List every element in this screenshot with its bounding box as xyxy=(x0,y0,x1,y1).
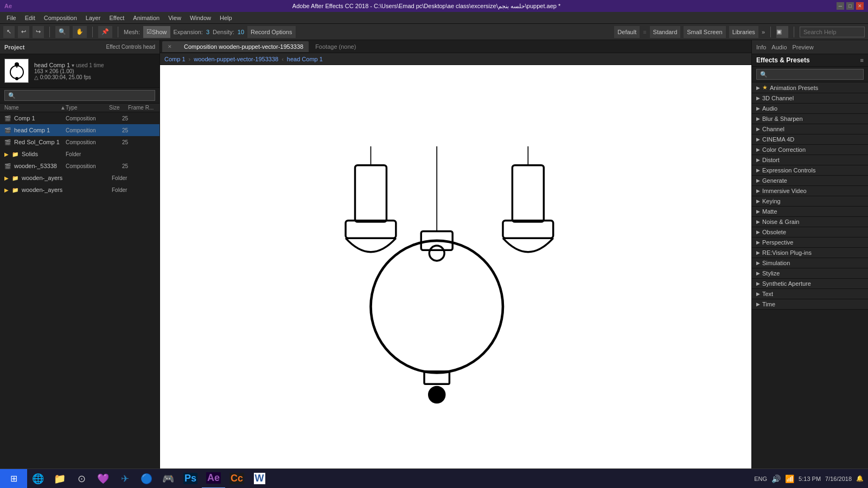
toolbar-separator-4 xyxy=(770,27,771,37)
breadcrumb-wooden[interactable]: wooden-puppet-vector-1953338 xyxy=(194,56,278,62)
density-label: Density: xyxy=(213,29,234,35)
cat-channel-header[interactable]: ▶ Channel xyxy=(752,124,868,134)
close-button[interactable]: ✕ xyxy=(856,2,864,10)
project-item-wooden-ayers2[interactable]: ▶ 📁 wooden-_ayers Folder xyxy=(0,184,159,196)
expand-workspaces-icon[interactable]: » xyxy=(762,29,765,35)
menu-composition[interactable]: Composition xyxy=(40,14,81,22)
tab-audio[interactable]: Audio xyxy=(771,44,787,50)
undo-button[interactable]: ↩ xyxy=(18,26,29,38)
cat-distort-header[interactable]: ▶ Distort xyxy=(752,155,868,165)
taskbar-explorer[interactable]: 📁 xyxy=(49,469,71,489)
cat-animation-presets-header[interactable]: ▶ ★ Animation Presets xyxy=(752,82,868,93)
project-item-red-comp1[interactable]: 🎬 Red Sol_Comp 1 Composition 25 xyxy=(0,136,159,148)
zoom-tool[interactable]: 🔍 xyxy=(55,26,69,38)
lang-label: ENG xyxy=(754,476,767,482)
breadcrumb-comp1[interactable]: Comp 1 xyxy=(164,56,186,62)
menu-effect[interactable]: Effect xyxy=(105,14,129,22)
cat-noise-grain-header[interactable]: ▶ Noise & Grain xyxy=(752,217,868,227)
taskbar-cc[interactable]: Cc xyxy=(225,469,248,489)
hand-tool[interactable]: ✋ xyxy=(73,26,87,38)
cat-obsolete: ▶ Obsolete xyxy=(752,227,868,237)
libraries-button[interactable]: Libraries xyxy=(729,26,758,38)
cat-text-header[interactable]: ▶ Text xyxy=(752,289,868,299)
effects-menu-icon[interactable]: ≡ xyxy=(860,57,864,63)
standard-workspace-button[interactable]: Standard xyxy=(650,26,681,38)
cat-synthetic-aperture-header[interactable]: ▶ Synthetic Aperture xyxy=(752,279,868,288)
viewer-canvas xyxy=(160,65,751,473)
project-search-input[interactable] xyxy=(4,90,155,101)
cat-matte-header[interactable]: ▶ Matte xyxy=(752,207,868,216)
cat-time-header[interactable]: ▶ Time xyxy=(752,299,868,309)
volume-icon[interactable]: 🔊 xyxy=(771,474,781,483)
taskbar-ie[interactable]: 🌐 xyxy=(27,469,49,489)
menu-window[interactable]: Window xyxy=(186,14,215,22)
comp-tab-wooden-close[interactable]: ✕ xyxy=(168,44,172,49)
breadcrumb-headcomp[interactable]: head Comp 1 xyxy=(287,56,323,62)
taskbar-ps[interactable]: Ps xyxy=(179,469,202,489)
project-item-solids[interactable]: ▶ 📁 Solids Folder xyxy=(0,148,159,160)
smallscreen-workspace-button[interactable]: Small Screen xyxy=(684,26,725,38)
cat-obsolete-header[interactable]: ▶ Obsolete xyxy=(752,227,868,237)
project-item-head-comp1[interactable]: 🎬 head Comp 1 Composition 25 xyxy=(0,124,159,136)
menu-layer[interactable]: Layer xyxy=(81,14,105,22)
cat-perspective-header[interactable]: ▶ Perspective xyxy=(752,237,868,247)
show-button[interactable]: ☑ Show xyxy=(143,26,170,38)
taskbar-telegram[interactable]: ✈ xyxy=(114,469,136,489)
project-list: 🎬 Comp 1 Composition 25 🎬 head Comp 1 Co… xyxy=(0,112,159,475)
cat-keying-header[interactable]: ▶ Keying xyxy=(752,196,868,206)
wooden-ayers2-name: wooden-_ayers xyxy=(22,187,112,193)
start-button[interactable]: ⊞ xyxy=(0,469,27,489)
taskbar-net[interactable]: 🔵 xyxy=(136,469,157,489)
cat-cinema4d-header[interactable]: ▶ CINEMA 4D xyxy=(752,134,868,144)
menu-file[interactable]: File xyxy=(2,14,21,22)
cat-simulation-header[interactable]: ▶ Simulation xyxy=(752,258,868,268)
comp-tab-wooden[interactable]: ✕ Composition wooden-puppet-vector-19533… xyxy=(162,41,309,52)
taskbar-game[interactable]: 🎮 xyxy=(157,469,179,489)
col-size-header: Size xyxy=(109,105,128,111)
default-workspace-button[interactable]: Default xyxy=(614,26,640,38)
tab-info[interactable]: Info xyxy=(756,44,766,50)
search-help-input[interactable] xyxy=(800,27,865,37)
puppet-tool[interactable]: 📌 xyxy=(98,26,112,38)
cat-audio-header[interactable]: ▶ Audio xyxy=(752,104,868,113)
menu-help[interactable]: Help xyxy=(215,14,237,22)
notifications-button[interactable]: 🔔 xyxy=(856,475,864,482)
taskbar-chrome[interactable]: ⊙ xyxy=(71,469,92,489)
cat-expression-controls-header[interactable]: ▶ Expression Controls xyxy=(752,165,868,175)
cat-3d-channel-header[interactable]: ▶ 3D Channel xyxy=(752,93,868,103)
cat-blur-sharpen-header[interactable]: ▶ Blur & Sharpen xyxy=(752,114,868,124)
cat-generate-header[interactable]: ▶ Generate xyxy=(752,176,868,185)
cat-stylize-label: Stylize xyxy=(762,270,780,277)
wooden53338-icon: 🎬 xyxy=(4,163,11,169)
effects-presets-panel: Effects & Presets ≡ ▶ ★ Animation Preset… xyxy=(752,54,868,488)
cat-color-correction-header[interactable]: ▶ Color Correction xyxy=(752,145,868,155)
taskbar-ae[interactable]: Ae xyxy=(202,469,225,489)
project-item-comp1[interactable]: 🎬 Comp 1 Composition 25 xyxy=(0,112,159,124)
minimize-button[interactable]: ─ xyxy=(837,2,844,10)
network-icon[interactable]: 📶 xyxy=(785,474,794,483)
record-options-button[interactable]: Record Options xyxy=(247,26,295,38)
cat-immersive-video-header[interactable]: ▶ Immersive Video xyxy=(752,186,868,196)
effects-search-input[interactable] xyxy=(756,69,864,80)
project-item-wooden-ayers1[interactable]: ▶ 📁 wooden-_ayers Folder xyxy=(0,172,159,184)
tab-preview[interactable]: Preview xyxy=(793,44,814,50)
taskbar-word[interactable]: W xyxy=(248,469,270,489)
maximize-button[interactable]: □ xyxy=(846,2,854,10)
cat-stylize: ▶ Stylize xyxy=(752,268,868,279)
cat-stylize-header[interactable]: ▶ Stylize xyxy=(752,268,868,278)
cat-revision-plugins-header[interactable]: ▶ RE:Vision Plug-ins xyxy=(752,248,868,258)
cat-immersive-video-label: Immersive Video xyxy=(762,188,807,194)
red-comp1-name: Red Sol_Comp 1 xyxy=(14,139,66,145)
col-type-header: Type xyxy=(66,105,109,111)
comp-name-display: head Comp 1 ▾ used 1 time xyxy=(34,62,104,68)
cat-revision-plugins-arrow: ▶ xyxy=(756,250,760,255)
menu-edit[interactable]: Edit xyxy=(21,14,40,22)
selection-tool[interactable]: ↖ xyxy=(3,26,15,38)
redo-button[interactable]: ↪ xyxy=(33,26,44,38)
menu-animation[interactable]: Animation xyxy=(129,14,164,22)
render-button[interactable]: ▣ xyxy=(776,26,788,38)
menu-view[interactable]: View xyxy=(164,14,186,22)
taskbar-vs[interactable]: 💜 xyxy=(92,469,114,489)
project-item-wooden53338[interactable]: 🎬 wooden-_53338 Composition 25 xyxy=(0,160,159,172)
composition-viewer[interactable] xyxy=(160,65,751,473)
